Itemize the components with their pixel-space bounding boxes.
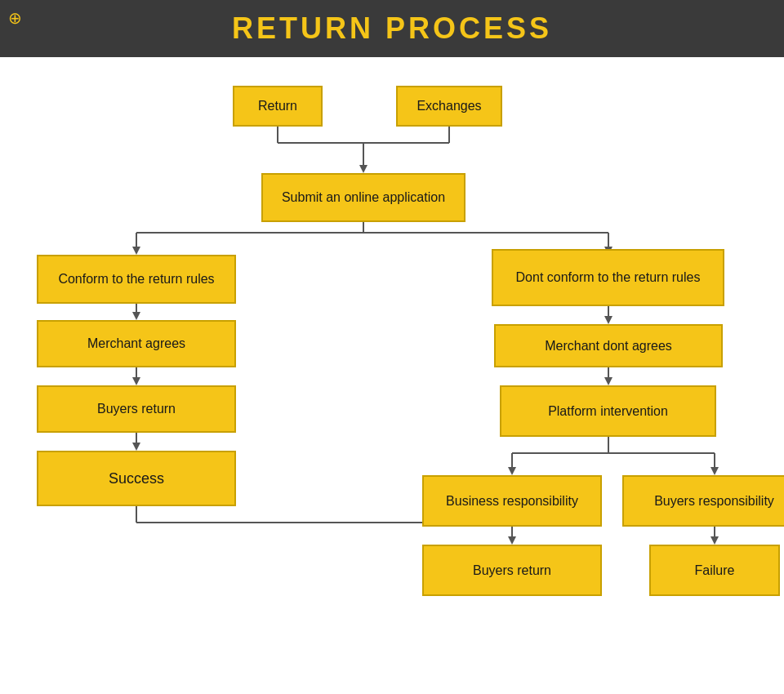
- svg-marker-32: [508, 536, 516, 545]
- svg-marker-8: [132, 247, 140, 255]
- failure-box: Failure: [649, 545, 780, 596]
- buyers-resp-box: Buyers responsibility: [622, 475, 784, 527]
- main-content: Return Exchanges Submit an online applic…: [0, 57, 784, 694]
- buyers-return-right-box: Buyers return: [422, 545, 602, 596]
- svg-marker-30: [710, 467, 719, 475]
- success-box: Success: [37, 451, 236, 506]
- buyers-return-left-box: Buyers return: [37, 385, 236, 433]
- submit-box: Submit an online application: [261, 173, 466, 222]
- platform-box: Platform intervention: [500, 385, 716, 437]
- svg-marker-22: [604, 316, 612, 324]
- svg-marker-28: [508, 467, 516, 475]
- exchanges-box: Exchanges: [396, 86, 502, 127]
- svg-marker-16: [132, 443, 140, 451]
- merchant-agrees-box: Merchant agrees: [37, 320, 236, 367]
- svg-marker-34: [710, 536, 719, 545]
- svg-marker-14: [132, 377, 140, 385]
- business-resp-box: Business responsibility: [422, 475, 602, 527]
- page-title: RETURN PROCESS: [232, 11, 552, 46]
- svg-marker-4: [359, 165, 368, 173]
- conform-box: Conform to the return rules: [37, 255, 236, 304]
- crosshair-icon: ⊕: [8, 8, 28, 28]
- return-box: Return: [233, 86, 323, 127]
- svg-marker-12: [132, 312, 140, 320]
- merchant-dont-box: Merchant dont agrees: [494, 324, 723, 367]
- dont-conform-box: Dont conform to the return rules: [492, 249, 724, 306]
- header: ⊕ RETURN PROCESS: [0, 0, 784, 57]
- svg-marker-24: [604, 377, 612, 385]
